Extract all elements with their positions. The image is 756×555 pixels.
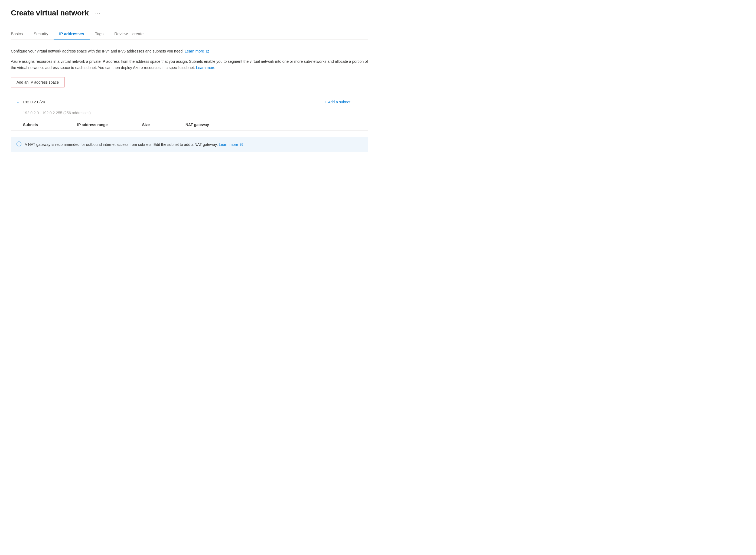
tabs-nav: Basics Security IP addresses Tags Review… — [11, 28, 368, 40]
ip-space-container: ⌄ 192.0.2.0/24 + Add a subnet ··· 192.0.… — [11, 94, 368, 130]
add-subnet-button[interactable]: + Add a subnet — [324, 99, 350, 104]
info-icon: i — [16, 141, 22, 146]
learn-more-link-1[interactable]: Learn more — [185, 49, 209, 53]
subnet-table-header: Subnets IP address range Size NAT gatewa… — [11, 119, 368, 130]
nat-banner-text: A NAT gateway is recommended for outboun… — [25, 141, 243, 147]
description-line-1: Configure your virtual network address s… — [11, 48, 368, 54]
chevron-up-icon[interactable]: ⌄ — [16, 100, 20, 104]
nat-info-banner: i A NAT gateway is recommended for outbo… — [11, 137, 368, 152]
ip-space-more-options-button[interactable]: ··· — [355, 98, 363, 105]
ip-space-right: + Add a subnet ··· — [324, 98, 363, 105]
nat-learn-more-link[interactable]: Learn more — [219, 142, 243, 147]
plus-icon: + — [324, 99, 326, 104]
external-link-icon-nat — [240, 143, 243, 146]
ip-space-left: ⌄ 192.0.2.0/24 — [16, 99, 45, 104]
subnet-col-size: Size — [142, 123, 186, 127]
ip-space-header: ⌄ 192.0.2.0/24 + Add a subnet ··· — [11, 94, 368, 110]
external-link-icon-1 — [206, 50, 209, 53]
page-title: Create virtual network — [11, 9, 89, 17]
ip-cidr-label: 192.0.2.0/24 — [23, 99, 45, 104]
description-line-2: Azure assigns resources in a virtual net… — [11, 58, 368, 71]
tab-basics[interactable]: Basics — [11, 28, 28, 39]
learn-more-link-2[interactable]: Learn more — [196, 66, 215, 70]
description-section: Configure your virtual network address s… — [11, 48, 368, 71]
ip-range-info: 192.0.2.0 - 192.0.2.255 (256 addresses) — [11, 110, 368, 119]
tab-ip-addresses[interactable]: IP addresses — [53, 28, 89, 39]
subnet-col-nat: NAT gateway — [186, 123, 250, 127]
page-header: Create virtual network ··· — [11, 9, 368, 17]
tab-security[interactable]: Security — [28, 28, 53, 39]
subnet-col-subnets: Subnets — [23, 123, 77, 127]
tab-tags[interactable]: Tags — [90, 28, 109, 39]
add-ip-address-space-button[interactable]: Add an IP address space — [11, 77, 65, 87]
subnet-col-ip-range: IP address range — [77, 123, 142, 127]
header-ellipsis-button[interactable]: ··· — [93, 9, 103, 17]
tab-review-create[interactable]: Review + create — [109, 28, 149, 39]
